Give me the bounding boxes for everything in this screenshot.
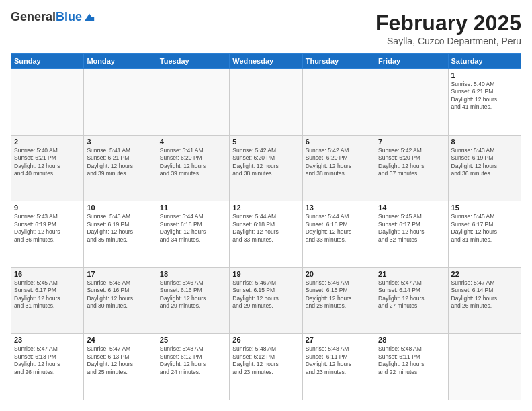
calendar-header-thursday: Thursday xyxy=(302,54,375,69)
day-info: Sunrise: 5:47 AM Sunset: 6:14 PM Dayligh… xyxy=(378,279,445,310)
calendar-cell: 4Sunrise: 5:41 AM Sunset: 6:20 PM Daylig… xyxy=(157,135,229,201)
calendar-cell: 12Sunrise: 5:44 AM Sunset: 6:18 PM Dayli… xyxy=(230,201,302,268)
day-number: 20 xyxy=(306,270,372,278)
calendar-header-tuesday: Tuesday xyxy=(157,54,229,69)
calendar-header-sunday: Sunday xyxy=(11,54,84,69)
day-info: Sunrise: 5:43 AM Sunset: 6:19 PM Dayligh… xyxy=(14,213,81,244)
calendar-week-row: 2Sunrise: 5:40 AM Sunset: 6:21 PM Daylig… xyxy=(11,135,521,201)
calendar-cell: 6Sunrise: 5:42 AM Sunset: 6:20 PM Daylig… xyxy=(302,135,375,201)
calendar-cell: 5Sunrise: 5:42 AM Sunset: 6:20 PM Daylig… xyxy=(230,135,302,201)
calendar-cell xyxy=(84,69,157,136)
logo-general: GeneralBlue xyxy=(11,11,82,24)
day-number: 11 xyxy=(160,203,226,212)
day-info: Sunrise: 5:43 AM Sunset: 6:19 PM Dayligh… xyxy=(87,213,153,244)
calendar-cell xyxy=(448,334,521,400)
day-info: Sunrise: 5:47 AM Sunset: 6:14 PM Dayligh… xyxy=(451,279,518,310)
day-number: 22 xyxy=(451,270,518,278)
calendar-cell: 14Sunrise: 5:45 AM Sunset: 6:17 PM Dayli… xyxy=(375,201,448,268)
day-number: 9 xyxy=(14,203,81,212)
day-info: Sunrise: 5:46 AM Sunset: 6:15 PM Dayligh… xyxy=(306,279,372,310)
day-number: 15 xyxy=(451,203,518,212)
day-number: 7 xyxy=(378,138,445,146)
calendar-cell xyxy=(230,69,302,136)
day-number: 3 xyxy=(87,138,153,146)
day-number: 10 xyxy=(87,203,153,212)
calendar-table: SundayMondayTuesdayWednesdayThursdayFrid… xyxy=(11,53,521,400)
calendar-header-friday: Friday xyxy=(375,54,448,69)
day-info: Sunrise: 5:40 AM Sunset: 6:21 PM Dayligh… xyxy=(14,147,81,178)
logo-icon xyxy=(83,11,95,24)
calendar-cell: 9Sunrise: 5:43 AM Sunset: 6:19 PM Daylig… xyxy=(11,201,84,268)
calendar-week-row: 16Sunrise: 5:45 AM Sunset: 6:17 PM Dayli… xyxy=(11,267,521,334)
calendar-week-row: 9Sunrise: 5:43 AM Sunset: 6:19 PM Daylig… xyxy=(11,201,521,268)
calendar-cell: 26Sunrise: 5:48 AM Sunset: 6:12 PM Dayli… xyxy=(230,334,302,400)
day-info: Sunrise: 5:41 AM Sunset: 6:20 PM Dayligh… xyxy=(160,147,226,178)
day-number: 5 xyxy=(232,138,299,146)
day-info: Sunrise: 5:40 AM Sunset: 6:21 PM Dayligh… xyxy=(451,81,518,111)
logo: GeneralBlue xyxy=(11,11,95,24)
calendar-cell: 10Sunrise: 5:43 AM Sunset: 6:19 PM Dayli… xyxy=(84,201,157,268)
calendar-cell: 17Sunrise: 5:46 AM Sunset: 6:16 PM Dayli… xyxy=(84,267,157,334)
calendar-header-row: SundayMondayTuesdayWednesdayThursdayFrid… xyxy=(11,54,521,69)
calendar-cell: 18Sunrise: 5:46 AM Sunset: 6:16 PM Dayli… xyxy=(157,267,229,334)
calendar-cell: 22Sunrise: 5:47 AM Sunset: 6:14 PM Dayli… xyxy=(448,267,521,334)
calendar-cell: 23Sunrise: 5:47 AM Sunset: 6:13 PM Dayli… xyxy=(11,334,84,400)
day-info: Sunrise: 5:46 AM Sunset: 6:16 PM Dayligh… xyxy=(87,279,153,310)
day-info: Sunrise: 5:42 AM Sunset: 6:20 PM Dayligh… xyxy=(232,147,299,178)
calendar-cell: 2Sunrise: 5:40 AM Sunset: 6:21 PM Daylig… xyxy=(11,135,84,201)
day-info: Sunrise: 5:48 AM Sunset: 6:11 PM Dayligh… xyxy=(306,345,372,376)
calendar-header-monday: Monday xyxy=(84,54,157,69)
calendar-cell: 8Sunrise: 5:43 AM Sunset: 6:19 PM Daylig… xyxy=(448,135,521,201)
calendar-week-row: 23Sunrise: 5:47 AM Sunset: 6:13 PM Dayli… xyxy=(11,334,521,400)
day-number: 17 xyxy=(87,270,153,278)
day-number: 4 xyxy=(160,138,226,146)
day-info: Sunrise: 5:47 AM Sunset: 6:13 PM Dayligh… xyxy=(87,345,153,376)
day-info: Sunrise: 5:41 AM Sunset: 6:21 PM Dayligh… xyxy=(87,147,153,178)
calendar-cell: 24Sunrise: 5:47 AM Sunset: 6:13 PM Dayli… xyxy=(84,334,157,400)
calendar-week-row: 1Sunrise: 5:40 AM Sunset: 6:21 PM Daylig… xyxy=(11,69,521,136)
location-title: Saylla, Cuzco Department, Peru xyxy=(375,36,521,46)
calendar-cell: 7Sunrise: 5:42 AM Sunset: 6:20 PM Daylig… xyxy=(375,135,448,201)
day-number: 26 xyxy=(232,336,299,344)
calendar-cell: 21Sunrise: 5:47 AM Sunset: 6:14 PM Dayli… xyxy=(375,267,448,334)
day-info: Sunrise: 5:43 AM Sunset: 6:19 PM Dayligh… xyxy=(451,147,518,178)
day-info: Sunrise: 5:42 AM Sunset: 6:20 PM Dayligh… xyxy=(306,147,372,178)
day-info: Sunrise: 5:48 AM Sunset: 6:11 PM Dayligh… xyxy=(378,345,445,376)
day-number: 28 xyxy=(378,336,445,344)
day-info: Sunrise: 5:42 AM Sunset: 6:20 PM Dayligh… xyxy=(378,147,445,178)
calendar-cell: 11Sunrise: 5:44 AM Sunset: 6:18 PM Dayli… xyxy=(157,201,229,268)
month-title: February 2025 xyxy=(375,11,521,36)
calendar-cell: 1Sunrise: 5:40 AM Sunset: 6:21 PM Daylig… xyxy=(448,69,521,136)
day-number: 6 xyxy=(306,138,372,146)
calendar-cell: 20Sunrise: 5:46 AM Sunset: 6:15 PM Dayli… xyxy=(302,267,375,334)
day-info: Sunrise: 5:45 AM Sunset: 6:17 PM Dayligh… xyxy=(451,213,518,244)
calendar-cell: 28Sunrise: 5:48 AM Sunset: 6:11 PM Dayli… xyxy=(375,334,448,400)
calendar-cell: 25Sunrise: 5:48 AM Sunset: 6:12 PM Dayli… xyxy=(157,334,229,400)
day-number: 14 xyxy=(378,203,445,212)
day-info: Sunrise: 5:47 AM Sunset: 6:13 PM Dayligh… xyxy=(14,345,81,376)
day-number: 21 xyxy=(378,270,445,278)
day-number: 8 xyxy=(451,138,518,146)
day-number: 27 xyxy=(306,336,372,344)
day-info: Sunrise: 5:44 AM Sunset: 6:18 PM Dayligh… xyxy=(160,213,226,244)
day-number: 18 xyxy=(160,270,226,278)
day-number: 2 xyxy=(14,138,81,146)
day-number: 13 xyxy=(306,203,372,212)
day-info: Sunrise: 5:46 AM Sunset: 6:15 PM Dayligh… xyxy=(232,279,299,310)
calendar-header-wednesday: Wednesday xyxy=(230,54,302,69)
calendar-cell xyxy=(11,69,84,136)
page: GeneralBlue February 2025 Saylla, Cuzco … xyxy=(0,0,532,411)
day-info: Sunrise: 5:44 AM Sunset: 6:18 PM Dayligh… xyxy=(232,213,299,244)
calendar-header-saturday: Saturday xyxy=(448,54,521,69)
day-number: 12 xyxy=(232,203,299,212)
calendar-cell: 3Sunrise: 5:41 AM Sunset: 6:21 PM Daylig… xyxy=(84,135,157,201)
day-info: Sunrise: 5:45 AM Sunset: 6:17 PM Dayligh… xyxy=(378,213,445,244)
day-info: Sunrise: 5:44 AM Sunset: 6:18 PM Dayligh… xyxy=(306,213,372,244)
svg-marker-1 xyxy=(89,17,94,21)
day-number: 23 xyxy=(14,336,81,344)
day-number: 19 xyxy=(232,270,299,278)
calendar-cell xyxy=(375,69,448,136)
day-number: 24 xyxy=(87,336,153,344)
day-number: 1 xyxy=(451,71,518,79)
day-number: 16 xyxy=(14,270,81,278)
